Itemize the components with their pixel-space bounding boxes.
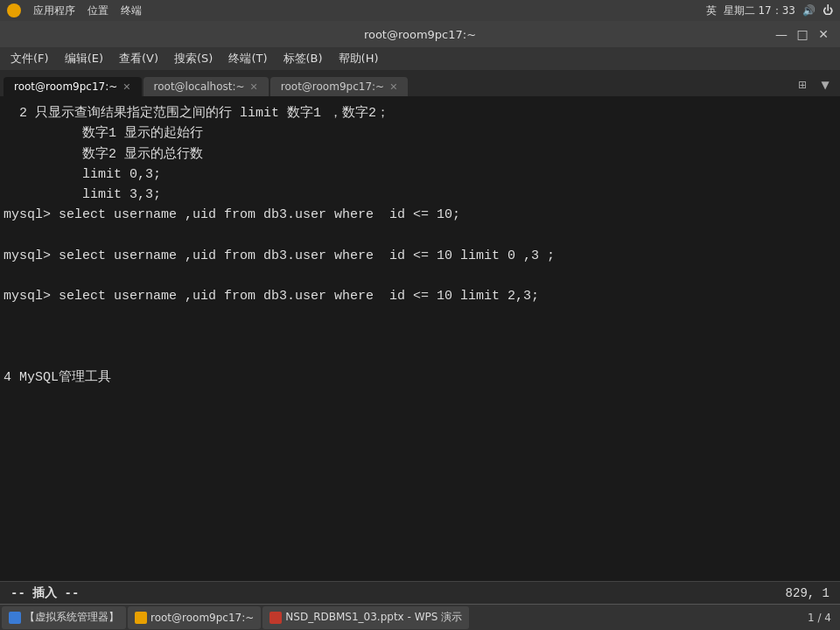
minimize-button[interactable]: — [772,24,791,44]
status-mode: -- 插入 -- [10,585,786,601]
tab-1-label: root@localhost:~ [154,80,245,93]
taskbar-vm-label: 【虚拟系统管理器】 [24,610,119,625]
menu-location[interactable]: 位置 [88,4,108,18]
menu-terminal[interactable]: 终端(T) [221,49,274,68]
datetime: 星期二 17：33 [724,4,795,18]
tab-menu-button[interactable]: ▼ [814,74,836,96]
menu-search[interactable]: 搜索(S) [167,49,220,68]
menu-bar: 文件(F) 编辑(E) 查看(V) 搜索(S) 终端(T) 标签(B) 帮助(H… [0,47,840,70]
maximize-button[interactable]: □ [793,24,812,44]
menu-terminal[interactable]: 终端 [121,4,142,18]
tab-2-label: root@room9pc17:~ [281,80,384,93]
app-icon [7,4,21,18]
taskbar-terminal-label: root@room9pc17:~ [150,612,254,624]
vm-manager-icon [9,612,21,624]
main-window: root@room9pc17:~ — □ ✕ 文件(F) 编辑(E) 查看(V)… [0,21,840,604]
menu-view[interactable]: 查看(V) [112,49,165,68]
term-line-7: mysql> select username ,uid from db3.use… [4,246,836,266]
term-line-0: 2 只显示查询结果指定范围之间的行 limit 数字1 ，数字2； [4,103,836,123]
term-line-2: 数字2 显示的总行数 [4,144,836,164]
system-bar-left: 应用程序 位置 终端 [7,4,696,18]
language-indicator[interactable]: 英 [706,4,717,18]
tab-0-close[interactable]: ✕ [122,81,130,93]
term-line-1: 数字1 显示的起始行 [4,123,836,144]
taskbar-terminal[interactable]: root@room9pc17:~ [128,606,261,629]
audio-icon[interactable]: 🔊 [802,4,816,17]
menu-tags[interactable]: 标签(B) [276,49,330,68]
window-title: root@room9pc17:~ [364,28,476,41]
status-position: 829, 1 [786,586,830,600]
term-line-4: limit 3,3; [4,185,836,205]
system-bar-right: 英 星期二 17：33 🔊 ⏻ [706,4,833,18]
menu-file[interactable]: 文件(F) [4,49,56,68]
window-controls: — □ ✕ [772,24,833,44]
wps-icon [270,612,282,624]
power-icon[interactable]: ⏻ [822,4,833,17]
tab-2[interactable]: root@room9pc17:~ ✕ [270,77,409,96]
page-indicator: 1 / 4 [801,612,838,624]
system-bar: 应用程序 位置 终端 英 星期二 17：33 🔊 ⏻ [0,0,840,21]
menu-help[interactable]: 帮助(H) [332,49,386,68]
term-line-5: mysql> select username ,uid from db3.use… [4,205,836,225]
term-line-10 [4,307,836,327]
menu-app[interactable]: 应用程序 [33,4,75,18]
taskbar-wps[interactable]: NSD_RDBMS1_03.pptx - WPS 演示 [262,606,469,629]
title-bar: root@room9pc17:~ — □ ✕ [0,21,840,47]
tab-0-label: root@room9pc17:~ [14,80,117,93]
menu-edit[interactable]: 编辑(E) [58,49,110,68]
tab-2-close[interactable]: ✕ [389,81,397,93]
term-line-8 [4,266,836,286]
taskbar-wps-label: NSD_RDBMS1_03.pptx - WPS 演示 [285,610,462,625]
tab-1[interactable]: root@localhost:~ ✕ [144,77,269,96]
status-bar: -- 插入 -- 829, 1 [0,581,840,604]
close-button[interactable]: ✕ [814,24,833,44]
term-line-13: 4 MySQL管理工具 [4,368,836,388]
term-line-11 [4,327,836,347]
term-line-12 [4,347,836,368]
term-line-3: limit 0,3; [4,164,836,185]
tab-1-close[interactable]: ✕ [250,81,258,93]
terminal-content[interactable]: 2 只显示查询结果指定范围之间的行 limit 数字1 ，数字2； 数字1 显示… [0,96,840,581]
tab-bar: root@room9pc17:~ ✕ root@localhost:~ ✕ ro… [0,70,840,96]
new-tab-button[interactable]: ⊞ [791,74,814,96]
tab-0[interactable]: root@room9pc17:~ ✕ [4,77,142,96]
taskbar-vm-manager[interactable]: 【虚拟系统管理器】 [2,606,126,629]
term-line-6 [4,226,836,246]
terminal-icon [135,612,147,624]
tab-actions: ⊞ ▼ [791,74,836,96]
taskbar: 【虚拟系统管理器】 root@room9pc17:~ NSD_RDBMS1_03… [0,604,840,630]
term-line-9: mysql> select username ,uid from db3.use… [4,286,836,306]
